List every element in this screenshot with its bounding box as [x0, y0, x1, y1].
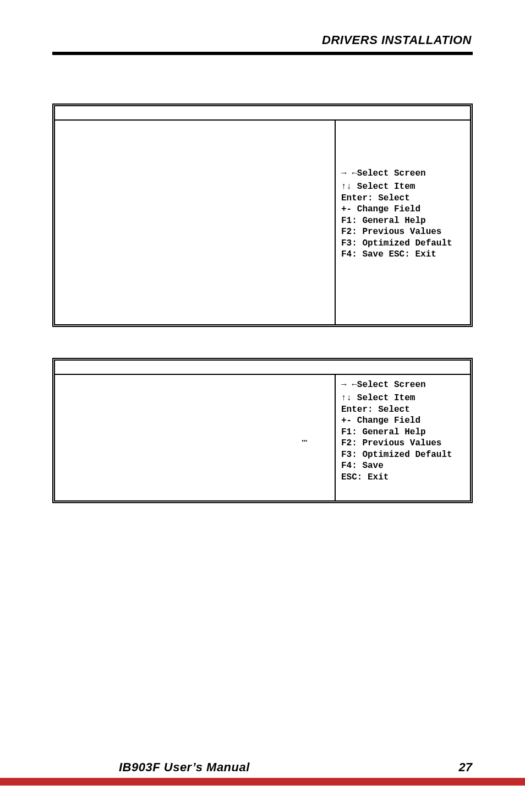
bios-box-2: … → ←Select Screen ↑↓ Select Item Enter:…	[52, 358, 473, 503]
bios-box-1: → ←Select Screen ↑↓ Select Item Enter: S…	[52, 103, 473, 327]
help-f3: F3: Optimized Default	[341, 449, 466, 460]
bios-box-1-left-pane	[55, 121, 335, 324]
bios-box-1-header	[55, 106, 470, 121]
bios-box-1-help-pane: → ←Select Screen ↑↓ Select Item Enter: S…	[335, 121, 470, 324]
help-select-item: ↑↓ Select Item	[341, 393, 466, 404]
bios-box-2-left-pane: …	[55, 375, 335, 500]
help-f4-esc: F4: Save ESC: Exit	[341, 249, 466, 260]
help-f4: F4: Save	[341, 460, 466, 471]
bios-box-2-body: … → ←Select Screen ↑↓ Select Item Enter:…	[55, 375, 470, 500]
help-enter: Enter: Select	[341, 193, 466, 204]
help-f1: F1: General Help	[341, 427, 466, 438]
header-rule	[52, 52, 473, 55]
bios-box-1-body: → ←Select Screen ↑↓ Select Item Enter: S…	[55, 121, 470, 324]
footer: IB903F User’s Manual 27	[0, 760, 525, 786]
help-select-screen: → ←Select Screen	[341, 168, 466, 179]
help-select-screen: → ←Select Screen	[341, 379, 466, 390]
manual-title: IB903F User’s Manual	[119, 760, 250, 775]
help-f2: F2: Previous Values	[341, 226, 466, 237]
page: DRIVERS INSTALLATION → ←Select Screen ↑↓…	[0, 0, 525, 812]
help-select-item: ↑↓ Select Item	[341, 181, 466, 192]
help-f2: F2: Previous Values	[341, 438, 466, 449]
help-change-field: +- Change Field	[341, 204, 466, 215]
bios-box-2-header	[55, 361, 470, 375]
help-f3: F3: Optimized Default	[341, 238, 466, 249]
header-title: DRIVERS INSTALLATION	[52, 33, 473, 47]
help-f1: F1: General Help	[341, 215, 466, 226]
footer-red-bar	[0, 778, 525, 786]
footer-text-row: IB903F User’s Manual 27	[0, 760, 525, 775]
header: DRIVERS INSTALLATION	[52, 33, 473, 70]
help-esc: ESC: Exit	[341, 472, 466, 483]
bios-box-2-help-pane: → ←Select Screen ↑↓ Select Item Enter: S…	[335, 375, 470, 500]
ellipsis: …	[302, 434, 308, 444]
help-enter: Enter: Select	[341, 404, 466, 415]
page-number: 27	[459, 760, 472, 775]
help-change-field: +- Change Field	[341, 415, 466, 426]
